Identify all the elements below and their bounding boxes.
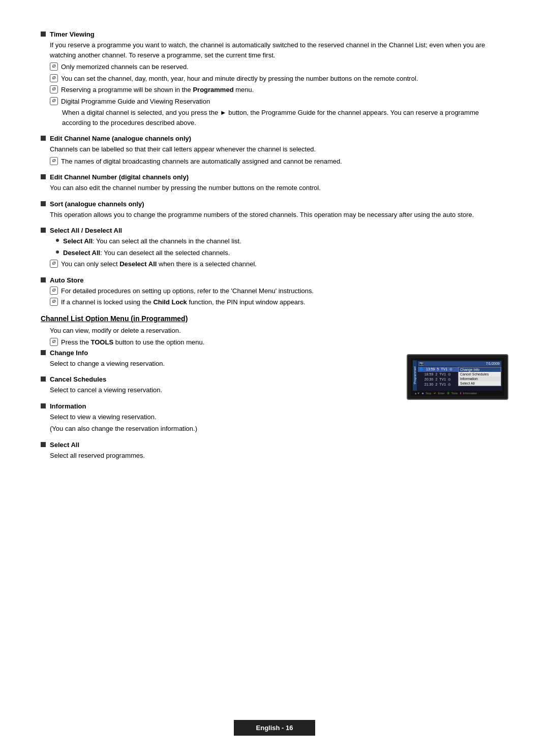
tv-main-area: 📷 7/1/2009 🔵13:595TV1⊙ 18:592TV1⊙: [417, 360, 502, 391]
channel-list-note: Ø Press the TOOLS button to use the opti…: [50, 337, 508, 348]
tv-menu-item-cancel: Cancel Schedules: [459, 372, 501, 376]
bullet-icon: [41, 136, 46, 141]
channel-list-intro: You can view, modify or delete a reserva…: [50, 326, 508, 336]
page-footer: English - 16: [234, 720, 315, 736]
tv-menu-item-info: Information: [459, 376, 501, 381]
sort-title: Sort (analogue channels only): [41, 200, 508, 208]
tv-side-label: Programmed: [413, 360, 417, 391]
note-icon: Ø: [50, 338, 58, 346]
note-icon: Ø: [50, 62, 58, 71]
note-item-3: Ø Reserving a programme will be shown in…: [50, 85, 508, 95]
note-icon: Ø: [50, 74, 58, 82]
edit-channel-number-body: You can also edit the channel number by …: [50, 183, 508, 193]
channel-list-text-column: Change Info Select to change a viewing r…: [41, 349, 396, 468]
bullet-icon: [41, 350, 46, 355]
select-all-title: Select All: [41, 441, 396, 449]
information-body: Select to view a viewing reservation.: [50, 412, 396, 422]
change-info-title: Change Info: [41, 349, 396, 357]
edit-channel-number-section: Edit Channel Number (digital channels on…: [41, 173, 508, 193]
bullet-icon: [41, 201, 46, 206]
sort-section: Sort (analogue channels only) This opera…: [41, 200, 508, 220]
edit-channel-name-title: Edit Channel Name (analogue channels onl…: [41, 135, 508, 142]
tv-date-bar: 📷 7/1/2009: [418, 361, 501, 366]
note-item: Ø You can only select Deselect All when …: [50, 259, 508, 269]
channel-list-section: Channel List Option Menu (in Programmed)…: [41, 314, 508, 468]
note-icon: Ø: [50, 287, 58, 295]
bullet-icon: [41, 174, 46, 179]
bullet-icon: [41, 403, 46, 408]
note-item-4: Ø Digital Programme Guide and Viewing Re…: [50, 97, 508, 107]
note-icon: Ø: [50, 260, 58, 268]
note-item-1: Ø For detailed procedures on setting up …: [50, 286, 508, 296]
tv-bottom-bar: ▲▼■Stop↵Enter②ToolsℹInformation: [413, 391, 502, 396]
channel-list-heading: Channel List Option Menu (in Programmed): [41, 314, 508, 323]
edit-channel-name-section: Edit Channel Name (analogue channels onl…: [41, 135, 508, 166]
sort-body: This operation allows you to change the …: [50, 210, 508, 220]
information-body2: (You can also change the reservation inf…: [50, 424, 396, 434]
bullet-icon: [41, 32, 46, 37]
change-info-section: Change Info Select to change a viewing r…: [41, 349, 396, 369]
auto-store-section: Auto Store Ø For detailed procedures on …: [41, 276, 508, 307]
tv-context-menu: Change Info Cancel Schedules Information…: [458, 367, 501, 386]
information-section: Information Select to view a viewing res…: [41, 402, 396, 434]
auto-store-title: Auto Store: [41, 276, 508, 284]
note-icon: Ø: [50, 97, 58, 105]
note-icon: Ø: [50, 298, 58, 306]
bullet-item-deselect-all: Deselect All: You can deselect all the s…: [56, 248, 508, 258]
tv-menu-item-select-all: Select All: [459, 381, 501, 386]
channel-list-content: Change Info Select to change a viewing r…: [41, 349, 508, 468]
bullet-icon: [41, 442, 46, 447]
tv-menu-item-change-info: Change Info: [459, 367, 501, 372]
edit-channel-name-body: Channels can be labelled so that their c…: [50, 144, 508, 154]
cancel-schedules-body: Select to cancel a viewing reservation.: [50, 385, 396, 395]
round-bullet: [56, 250, 59, 254]
select-all-section: Select All Select all reserved programme…: [41, 441, 396, 461]
information-title: Information: [41, 402, 396, 410]
note-item-2: Ø You can set the channel, day, month, y…: [50, 74, 508, 84]
note-item-2: Ø If a channel is locked using the Child…: [50, 297, 508, 307]
select-all-body: Select all reserved programmes.: [50, 451, 396, 461]
note-item: Ø The names of digital broadcasting chan…: [50, 156, 508, 167]
cancel-schedules-section: Cancel Schedules Select to cancel a view…: [41, 375, 396, 395]
note-icon: Ø: [50, 157, 58, 165]
note-item-1: Ø Only memorized channels can be reserve…: [50, 62, 508, 72]
select-deselect-section: Select All / Deselect All Select All: Yo…: [41, 227, 508, 269]
change-info-body: Select to change a viewing reservation.: [50, 359, 396, 369]
tv-screenshot: Programmed 📷 7/1/2009 🔵13:595TV1⊙: [407, 354, 508, 400]
round-bullet: [56, 239, 59, 242]
bullet-icon: [41, 277, 46, 282]
cancel-schedules-title: Cancel Schedules: [41, 375, 396, 383]
timer-viewing-sub-note: When a digital channel is selected, and …: [62, 108, 508, 128]
select-deselect-title: Select All / Deselect All: [41, 227, 508, 234]
bullet-icon: [41, 376, 46, 382]
edit-channel-number-title: Edit Channel Number (digital channels on…: [41, 173, 508, 181]
note-icon: Ø: [50, 85, 58, 93]
bullet-item-select-all: Select All: You can select all the chann…: [56, 236, 508, 246]
bullet-icon: [41, 228, 46, 233]
timer-viewing-section: Timer Viewing If you reserve a programme…: [41, 30, 508, 128]
timer-viewing-title: Timer Viewing: [41, 30, 508, 38]
timer-viewing-body: If you reserve a programme you want to w…: [50, 40, 508, 60]
